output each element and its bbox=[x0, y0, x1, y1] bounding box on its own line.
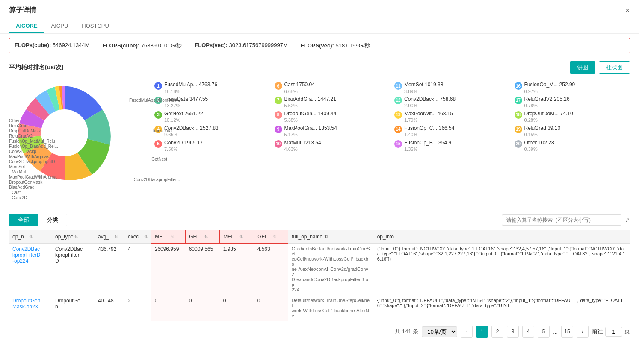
legend-text-11: MemSet 1019.38 3.89% bbox=[404, 82, 443, 94]
pie-label-relugraduv2: ReluGradV2 bbox=[9, 134, 33, 138]
legend-text-19: ReluGrad 39.10 0.15% bbox=[524, 125, 561, 138]
prev-page-button[interactable]: ‹ bbox=[461, 326, 473, 338]
legend-text-9: MaxPoolGra... 1353.54 5.17% bbox=[284, 125, 337, 138]
legend-item-6: 6 Cast 1750.04 6.68% bbox=[275, 82, 390, 94]
th-op-info: op_info bbox=[374, 230, 630, 244]
tab-bar: AICORE AICPU HOSTCPU bbox=[0, 19, 639, 34]
cell-gfl2: 4.563 bbox=[254, 244, 288, 295]
legend-item-16: 16 FusionOp_M... 252.99 0.97% bbox=[515, 82, 630, 94]
cell-mfl1-2: 0 bbox=[151, 295, 186, 321]
pie-label-conv2dbackpropinput: Conv2DBackpropInputD bbox=[9, 159, 55, 164]
legend-dot-9: 9 bbox=[275, 126, 282, 133]
dialog-header: 算子详情 × bbox=[0, 0, 639, 19]
page-unit: 页 bbox=[624, 328, 630, 335]
tab-aicpu[interactable]: AICPU bbox=[44, 19, 75, 33]
cell-mfl2-2: 0 bbox=[220, 295, 254, 321]
pagination: 共 141 条 10条/页 20条/页 50条/页 ‹ 1 2 3 4 5 ..… bbox=[0, 321, 639, 342]
cell-full-op-name-2: Default/network-TrainOneStepCell/network… bbox=[288, 295, 374, 321]
next-page-button[interactable]: › bbox=[577, 326, 589, 338]
legend-text-15: FusionOp_B... 354.91 1.35% bbox=[404, 140, 454, 153]
expand-icon[interactable]: ⤢ bbox=[625, 217, 630, 223]
legend-dot-5: 5 bbox=[154, 140, 162, 148]
page-2-button[interactable]: 2 bbox=[491, 326, 503, 338]
tab-hostcpu[interactable]: HOSTCPU bbox=[75, 19, 116, 33]
pie-label-conv2d: Conv2D bbox=[12, 195, 27, 200]
th-gfl1[interactable]: GFL... bbox=[186, 230, 220, 244]
pie-label-cast: Cast bbox=[12, 190, 21, 195]
page-goto: 前往 页 bbox=[592, 327, 630, 337]
legend-item-9: 9 MaxPoolGra... 1353.54 5.17% bbox=[275, 125, 390, 138]
operator-detail-dialog: 算子详情 × AICORE AICPU HOSTCPU FLOPs(cube):… bbox=[0, 0, 639, 364]
legend-item-5: 5 Conv2D 1965.17 7.50% bbox=[154, 140, 270, 153]
page-3-button[interactable]: 3 bbox=[507, 326, 519, 338]
legend-text-6: Cast 1750.04 6.68% bbox=[284, 82, 315, 94]
legend-text-10: MatMul 1213.54 4.63% bbox=[284, 140, 321, 153]
filter-all-button[interactable]: 全部 bbox=[9, 214, 38, 226]
goto-input[interactable] bbox=[605, 327, 622, 337]
close-button[interactable]: × bbox=[625, 6, 630, 15]
legend-text-20: Other 102.28 0.39% bbox=[524, 140, 554, 153]
legend-item-12: 12 Conv2DBack... 758.68 2.90% bbox=[394, 96, 510, 109]
legend-dot-12: 12 bbox=[394, 97, 402, 104]
cell-op-info: {"Input_0":{"format":"NC1HWC0","data_typ… bbox=[374, 244, 630, 295]
filter-category-button[interactable]: 分类 bbox=[38, 214, 67, 226]
page-5-button[interactable]: 5 bbox=[538, 326, 550, 338]
th-gfl2[interactable]: GFL... bbox=[254, 230, 288, 244]
legend-text-7: BiasAddGra... 1447.21 5.52% bbox=[284, 96, 336, 109]
legend-item-4: 4 Conv2DBack... 2527.83 9.65% bbox=[154, 125, 270, 138]
th-exec[interactable]: exec... bbox=[124, 230, 151, 244]
dialog-title: 算子详情 bbox=[9, 6, 36, 15]
legend-dot-11: 11 bbox=[394, 82, 402, 90]
pie-label-dropoutdomask: DropOutDoMask bbox=[9, 129, 41, 133]
pie-label-maxpoolwith: MaxPoolWithArgmax bbox=[9, 154, 49, 159]
section-header: 平均耗时排名(us/次) 饼图 柱状图 bbox=[0, 58, 639, 77]
legend-text-8: DropoutGen... 1409.44 5.38% bbox=[284, 111, 337, 123]
legend-dot-14: 14 bbox=[394, 126, 402, 133]
search-area: ⤢ bbox=[502, 214, 630, 226]
th-op-type[interactable]: op_type bbox=[52, 230, 95, 244]
pie-label-other: Other bbox=[9, 118, 20, 123]
pie-legend: 1 FusedMulAp... 4763.76 18.18% 6 Cast 17… bbox=[154, 77, 630, 205]
legend-text-17: ReluGradV2 205.26 0.78% bbox=[524, 96, 570, 109]
pie-label-matmul: MatMul bbox=[12, 170, 26, 174]
pie-chart-button[interactable]: 饼图 bbox=[570, 61, 595, 74]
pie-label-fusedmul-right: FusedMulApplyMomentu... bbox=[129, 98, 180, 103]
metric-flops-cube-g: FLOPS(cube): 76389.0101G/秒 bbox=[103, 42, 182, 50]
legend-text-1: FusedMulAp... 4763.76 18.18% bbox=[164, 82, 217, 94]
cell-exec-2: 2 bbox=[124, 295, 151, 321]
legend-dot-6: 6 bbox=[275, 82, 282, 90]
tab-aicore[interactable]: AICORE bbox=[9, 19, 44, 33]
page-4-button[interactable]: 4 bbox=[522, 326, 534, 338]
th-mfl1[interactable]: MFL... bbox=[151, 230, 186, 244]
table-body: Conv2DBackpropFilterD-op224 Conv2DBackpr… bbox=[9, 244, 630, 321]
legend-dot-1: 1 bbox=[154, 82, 162, 90]
cell-avg: 436.792 bbox=[95, 244, 124, 295]
page-size-select[interactable]: 10条/页 20条/页 50条/页 bbox=[422, 326, 457, 337]
legend-text-5: Conv2D 1965.17 7.50% bbox=[164, 140, 203, 153]
legend-item-7: 7 BiasAddGra... 1447.21 5.52% bbox=[275, 96, 390, 109]
pie-label-relugrad: ReluGrad bbox=[9, 123, 27, 128]
search-input[interactable] bbox=[502, 214, 621, 226]
page-1-button[interactable]: 1 bbox=[476, 326, 488, 338]
th-mfl2[interactable]: MFL... bbox=[220, 230, 254, 244]
svg-point-0 bbox=[41, 109, 88, 156]
filter-buttons: 全部 分类 bbox=[9, 214, 67, 226]
bar-chart-button[interactable]: 柱状图 bbox=[599, 61, 630, 74]
legend-text-4: Conv2DBack... 2527.83 9.65% bbox=[164, 125, 219, 138]
table-header-row: op_n... op_type avg_... exec... MFL... G… bbox=[9, 230, 630, 244]
legend-item-13: 13 MaxPoolWit... 468.15 1.79% bbox=[394, 111, 510, 123]
pie-label-biasaddgrad: BiasAddGrad bbox=[9, 185, 34, 190]
chart-type-buttons: 饼图 柱状图 bbox=[570, 61, 630, 74]
th-op-name[interactable]: op_n... bbox=[9, 230, 52, 244]
legend-text-3: GetNext 2651.22 10.12% bbox=[164, 111, 203, 123]
section-title: 平均耗时排名(us/次) bbox=[9, 64, 64, 71]
page-15-button[interactable]: 15 bbox=[561, 326, 573, 338]
pie-label-fusionop-matmul: FusionOp_MatMul_Relu bbox=[9, 139, 55, 144]
th-avg[interactable]: avg_... bbox=[95, 230, 124, 244]
legend-item-19: 19 ReluGrad 39.10 0.15% bbox=[515, 125, 630, 138]
legend-dot-17: 17 bbox=[515, 97, 522, 104]
legend-dot-13: 13 bbox=[394, 111, 402, 119]
legend-dot-15: 15 bbox=[394, 140, 402, 148]
pie-label-conv2dbackp: Conv2DBackp... bbox=[9, 149, 40, 154]
legend-item-17: 17 ReluGradV2 205.26 0.78% bbox=[515, 96, 630, 109]
